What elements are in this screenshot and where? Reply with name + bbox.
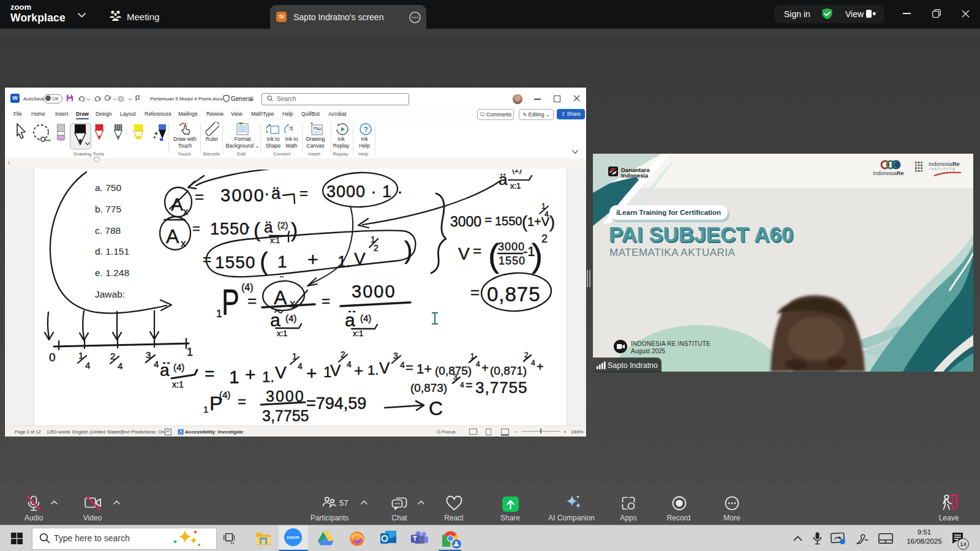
svg-text:1550: 1550 [499,255,526,267]
svg-text:1550: 1550 [215,253,255,272]
svg-text:=: = [195,187,204,206]
svg-text:4: 4 [476,360,480,369]
svg-text:(0,873): (0,873) [410,381,447,394]
svg-text:=: = [192,221,200,236]
svg-text:V: V [379,359,390,377]
svg-text:0: 0 [49,351,56,364]
svg-text:3: 3 [453,373,458,381]
svg-text:x: x [183,206,188,217]
svg-text:2: 2 [541,233,548,245]
svg-text:(: ( [260,248,268,275]
svg-text:3000: 3000 [266,388,305,405]
svg-text:x: x [290,298,295,310]
svg-text:(4): (4) [173,362,184,372]
svg-text:+: + [245,364,256,384]
svg-text:(: ( [522,213,527,231]
svg-text:1: 1 [541,202,546,211]
svg-text:(2): (2) [512,165,522,174]
svg-text:3: 3 [393,351,398,361]
svg-text:+: + [354,361,363,380]
svg-text:4: 4 [154,359,159,369]
svg-text:A: A [274,287,287,309]
svg-text:3: 3 [146,350,151,360]
svg-text:1.: 1. [337,252,351,271]
svg-text:1550: 1550 [495,214,522,228]
svg-text:a: a [160,361,170,380]
svg-text:V: V [458,244,470,263]
svg-text:1: 1 [229,367,239,387]
svg-text:1: 1 [187,346,193,358]
svg-text:ä: ä [499,170,508,189]
svg-text:+: + [537,360,544,373]
svg-text:3000: 3000 [498,241,525,253]
svg-text:3000: 3000 [450,214,481,230]
svg-text:4: 4 [85,360,90,370]
svg-text:x: x [181,238,186,249]
svg-text:3,7755: 3,7755 [475,378,528,397]
svg-text:(4): (4) [360,313,371,323]
svg-text:1.: 1. [262,369,274,385]
svg-text:(0,871): (0,871) [490,364,527,377]
svg-text:(2): (2) [277,220,288,230]
svg-text:=: = [205,364,214,383]
svg-text:=: = [473,242,481,259]
svg-text:1: 1 [470,352,475,361]
svg-text:4: 4 [531,359,535,367]
svg-text:·: · [264,184,270,203]
svg-text:ä: ä [264,218,273,236]
svg-text:=: = [238,393,246,410]
svg-text:=: = [203,251,211,268]
svg-text:): ) [404,237,412,264]
svg-text:1+: 1+ [417,361,432,377]
svg-text:2: 2 [110,351,115,361]
svg-text:x:1: x:1 [353,329,363,338]
svg-text:1: 1 [277,252,287,271]
svg-text:+: + [306,363,317,383]
svg-text:3,7755: 3,7755 [262,407,309,424]
svg-text:ä: ä [271,184,281,203]
svg-text:1550: 1550 [210,220,249,238]
svg-text:1: 1 [203,404,208,414]
svg-text:V: V [354,249,366,268]
svg-text:2: 2 [374,243,379,253]
svg-text:V: V [330,361,341,380]
svg-text:1: 1 [78,350,83,361]
svg-text:4: 4 [545,210,549,219]
svg-text:a: a [270,310,281,330]
svg-text:=: = [300,185,308,201]
svg-text:=: = [484,212,492,227]
svg-text:4: 4 [298,361,303,371]
svg-text:x:1: x:1 [510,181,521,190]
svg-text:·: · [246,217,251,236]
svg-text:3000 · 1 ·: 3000 · 1 · [326,182,404,201]
svg-text:4: 4 [460,381,464,389]
svg-text:¨: ¨ [280,274,284,287]
svg-text:P: P [222,282,239,323]
svg-text:): ) [291,219,298,241]
svg-text:4: 4 [347,359,352,369]
svg-text:x:1: x:1 [277,329,287,338]
svg-text:3000: 3000 [221,186,265,205]
svg-text:x:1: x:1 [172,380,184,389]
svg-text:V: V [275,363,287,382]
svg-text:4: 4 [400,360,405,370]
svg-text:+: + [307,249,318,269]
svg-text:A: A [171,194,183,214]
svg-text:(4): (4) [219,389,230,400]
svg-text:=794,59: =794,59 [306,394,366,413]
svg-text:A: A [166,225,179,247]
svg-text:=: = [466,378,473,392]
svg-text:1: 1 [292,351,297,361]
svg-text:1: 1 [216,308,222,320]
svg-text:): ) [549,213,555,231]
svg-text:2: 2 [524,351,529,359]
svg-text:+: + [481,361,489,375]
svg-text:=: = [405,360,413,375]
svg-text:=: = [322,293,330,309]
svg-text:1.: 1. [368,362,379,378]
svg-text:(4): (4) [285,313,296,323]
svg-text:2: 2 [341,350,345,359]
svg-text:=: = [247,291,257,310]
svg-text:3000: 3000 [352,282,396,301]
svg-text:4: 4 [118,361,123,371]
